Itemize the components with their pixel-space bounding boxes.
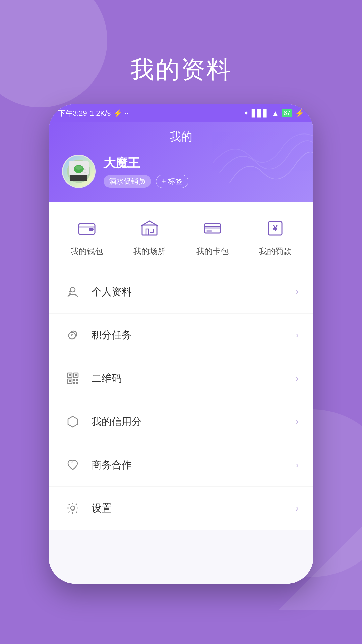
menu-item-profile[interactable]: 个人资料 › [49, 270, 313, 314]
qrcode-icon [63, 369, 82, 388]
heart-icon [63, 455, 82, 474]
action-fine[interactable]: ¥ 我的罚款 [259, 215, 291, 257]
status-left: 下午3:29 1.2K/s ⚡ ·· [58, 108, 129, 118]
business-label: 商务合作 [92, 458, 296, 472]
qrcode-arrow: › [296, 373, 299, 384]
status-right: ✦ ▋▋▋ ▲ 87 ⚡ [243, 109, 304, 118]
svg-text:$: $ [71, 334, 73, 338]
svg-rect-29 [76, 379, 78, 381]
svg-rect-13 [206, 230, 212, 232]
svg-rect-25 [75, 374, 77, 376]
svg-rect-27 [69, 380, 71, 382]
user-badges: 酒水促销员 + 标签 [104, 175, 188, 188]
page-title: 我的资料 [0, 54, 362, 86]
svg-marker-32 [68, 416, 77, 427]
svg-rect-5 [83, 170, 87, 172]
svg-rect-10 [150, 229, 154, 232]
signal-icon: ▋▋▋ [252, 109, 269, 118]
svg-rect-30 [73, 382, 75, 384]
status-time: 下午3:29 [58, 108, 87, 118]
wifi-icon: ▲ [272, 109, 279, 118]
hexagon-icon [63, 412, 82, 431]
svg-rect-31 [76, 382, 78, 384]
menu-item-tasks[interactable]: $ 积分任务 › [49, 314, 313, 357]
user-info: 大魔王 酒水促销员 + 标签 [104, 155, 188, 188]
fine-icon: ¥ [266, 219, 285, 238]
svg-rect-12 [204, 226, 221, 229]
settings-label: 设置 [92, 501, 296, 515]
venue-icon [140, 219, 159, 238]
app-header: 我的 大魔王 酒水促销员 [49, 122, 313, 202]
business-arrow: › [296, 460, 299, 470]
fine-icon-wrap: ¥ [262, 215, 289, 242]
user-profile: 大魔王 酒水促销员 + 标签 [62, 155, 300, 188]
gear-icon [63, 499, 82, 518]
profile-label: 个人资料 [92, 285, 296, 299]
menu-item-qrcode[interactable]: 二维码 › [49, 357, 313, 400]
credit-arrow: › [296, 416, 299, 427]
card-icon-wrap [199, 215, 226, 242]
coins-icon: $ [63, 326, 82, 344]
wallet-icon [77, 219, 96, 238]
role-badge: 酒水促销员 [104, 175, 151, 188]
action-card[interactable]: 我的卡包 [196, 215, 229, 257]
avatar-image [63, 156, 95, 187]
menu-item-credit[interactable]: 我的信用分 › [49, 400, 313, 443]
venue-icon-wrap [136, 215, 163, 242]
user-avatar[interactable] [62, 155, 96, 188]
action-wallet[interactable]: 我的钱包 [71, 215, 103, 257]
fine-label: 我的罚款 [259, 246, 291, 257]
tasks-label: 积分任务 [92, 328, 296, 342]
svg-rect-9 [142, 225, 157, 235]
svg-text:¥: ¥ [273, 223, 278, 233]
wallet-icon-wrap [73, 215, 100, 242]
svg-point-4 [75, 166, 82, 170]
bluetooth-icon: ✦ [243, 109, 249, 118]
status-network: 1.2K/s [90, 109, 111, 118]
status-bar: 下午3:29 1.2K/s ⚡ ·· ✦ ▋▋▋ ▲ 87 ⚡ [49, 104, 313, 122]
svg-rect-23 [69, 374, 71, 376]
menu-item-settings[interactable]: 设置 › [49, 487, 313, 530]
tasks-arrow: › [296, 330, 299, 340]
qrcode-label: 二维码 [92, 372, 296, 385]
svg-point-33 [71, 506, 75, 510]
status-dot: ⚡ ·· [113, 109, 128, 118]
card-icon [203, 219, 222, 238]
menu-item-business[interactable]: 商务合作 › [49, 443, 313, 487]
tag-badge[interactable]: + 标签 [156, 175, 188, 188]
user-name: 大魔王 [104, 155, 188, 171]
svg-rect-2 [70, 175, 87, 181]
svg-point-17 [69, 291, 71, 293]
credit-label: 我的信用分 [92, 415, 296, 429]
svg-rect-28 [73, 379, 75, 381]
menu-list: 个人资料 › $ 积分任务 › [49, 270, 313, 584]
wallet-label: 我的钱包 [71, 246, 103, 257]
profile-arrow: › [296, 286, 299, 297]
action-venue[interactable]: 我的场所 [133, 215, 166, 257]
svg-point-16 [70, 287, 75, 292]
settings-arrow: › [296, 503, 299, 514]
card-label: 我的卡包 [196, 246, 229, 257]
person-icon [63, 282, 82, 301]
venue-label: 我的场所 [133, 246, 166, 257]
battery-indicator: 87 [282, 109, 292, 117]
quick-actions: 我的钱包 我的场所 我的卡包 [49, 202, 313, 270]
phone-frame: 下午3:29 1.2K/s ⚡ ·· ✦ ▋▋▋ ▲ 87 ⚡ 我的 [49, 104, 313, 584]
svg-rect-8 [89, 228, 94, 231]
empty-content-area [49, 530, 313, 584]
charging-icon: ⚡ [295, 109, 304, 118]
